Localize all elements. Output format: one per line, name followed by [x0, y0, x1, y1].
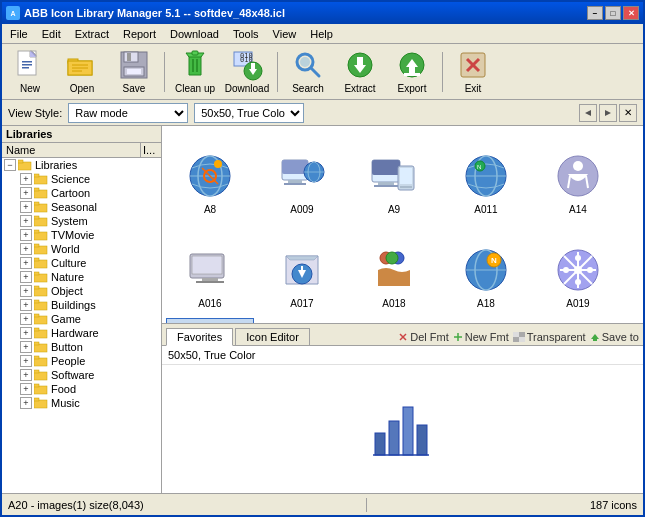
icon-grid[interactable]: A8 A009	[162, 126, 643, 323]
main-window: A ABB Icon Library Manager 5.1 -- softde…	[0, 0, 645, 517]
col-name[interactable]: Name	[2, 143, 141, 157]
tree-item-tvmovie[interactable]: + TVMovie	[2, 228, 161, 242]
svg-rect-16	[127, 53, 131, 61]
tree-item-culture[interactable]: + Culture	[2, 256, 161, 270]
tree-item-software[interactable]: + Software	[2, 368, 161, 382]
icon-cell-A14[interactable]: A14	[534, 130, 622, 220]
expand-tvmovie[interactable]: +	[20, 229, 32, 241]
cleanup-button[interactable]: Clean up	[171, 47, 219, 97]
status-left: A20 - images(1) size(8,043)	[8, 499, 144, 511]
tree-item-science[interactable]: + Science	[2, 172, 161, 186]
expand-buildings[interactable]: +	[20, 299, 32, 311]
tree-item-object[interactable]: + Object	[2, 284, 161, 298]
folder-icon-software	[34, 369, 48, 381]
expand-libraries[interactable]: −	[4, 159, 16, 171]
extract-button[interactable]: Extract	[336, 47, 384, 97]
expand-world[interactable]: +	[20, 243, 32, 255]
expand-hardware[interactable]: +	[20, 327, 32, 339]
tree-item-libraries[interactable]: − Libraries	[2, 158, 161, 172]
menu-edit[interactable]: Edit	[36, 26, 67, 42]
svg-rect-27	[251, 63, 255, 71]
tree-item-cartoon[interactable]: + Cartoon	[2, 186, 161, 200]
new-fmt-button[interactable]: New Fmt	[453, 331, 509, 343]
viewstyle-select[interactable]: Raw mode Thumbnail Detail	[68, 103, 188, 123]
menu-file[interactable]: File	[4, 26, 34, 42]
expand-seasonal[interactable]: +	[20, 201, 32, 213]
icon-cell-A018[interactable]: A018	[350, 224, 438, 314]
open-button[interactable]: Open	[58, 47, 106, 97]
expand-system[interactable]: +	[20, 215, 32, 227]
icon-cell-A009[interactable]: A009	[258, 130, 346, 220]
expand-culture[interactable]: +	[20, 257, 32, 269]
tree-item-button[interactable]: + Button	[2, 340, 161, 354]
transparent-button[interactable]: Transparent	[513, 331, 586, 343]
icon-cell-A016[interactable]: A016	[166, 224, 254, 314]
toolbar-sep-1	[164, 52, 165, 92]
tabs-bar: Favorites Icon Editor Del Fmt New Fmt	[162, 324, 643, 346]
tree-container[interactable]: − Libraries + Science + Cartoon +	[2, 158, 161, 493]
search-button[interactable]: Search	[284, 47, 332, 97]
col-indicator[interactable]: I...	[141, 143, 161, 157]
nav-forward-button[interactable]	[599, 104, 617, 122]
expand-people[interactable]: +	[20, 355, 32, 367]
expand-music[interactable]: +	[20, 397, 32, 409]
color-select[interactable]: 50x50, True Color 32x32, True Color 16x1…	[194, 103, 304, 123]
search-icon	[292, 49, 324, 81]
expand-science[interactable]: +	[20, 173, 32, 185]
tree-item-game[interactable]: + Game	[2, 312, 161, 326]
exit-button[interactable]: Exit	[449, 47, 497, 97]
save-icon	[118, 49, 150, 81]
save-to-button[interactable]: Save to	[590, 331, 639, 343]
icon-cell-A18[interactable]: N A18	[442, 224, 530, 314]
nav-back-button[interactable]	[579, 104, 597, 122]
tree-item-buildings[interactable]: + Buildings	[2, 298, 161, 312]
icon-cell-A9[interactable]: A9	[350, 130, 438, 220]
download-button[interactable]: 010 010 Download	[223, 47, 271, 97]
del-fmt-button[interactable]: Del Fmt	[398, 331, 449, 343]
tab-favorites[interactable]: Favorites	[166, 328, 233, 346]
menu-download[interactable]: Download	[164, 26, 225, 42]
menu-extract[interactable]: Extract	[69, 26, 115, 42]
expand-game[interactable]: +	[20, 313, 32, 325]
maximize-button[interactable]: □	[605, 6, 621, 20]
expand-button[interactable]: +	[20, 341, 32, 353]
close-button[interactable]: ✕	[623, 6, 639, 20]
icon-cell-A019[interactable]: A019	[534, 224, 622, 314]
save-button[interactable]: Save	[110, 47, 158, 97]
new-label: New	[20, 83, 40, 94]
expand-object[interactable]: +	[20, 285, 32, 297]
folder-icon-culture	[34, 257, 48, 269]
icon-img-A009	[278, 152, 326, 200]
tree-item-people[interactable]: + People	[2, 354, 161, 368]
tree-label-people: People	[51, 355, 85, 367]
svg-rect-158	[519, 332, 525, 337]
menu-view[interactable]: View	[267, 26, 303, 42]
tree-item-music[interactable]: + Music	[2, 396, 161, 410]
menu-tools[interactable]: Tools	[227, 26, 265, 42]
tree-item-hardware[interactable]: + Hardware	[2, 326, 161, 340]
expand-cartoon[interactable]: +	[20, 187, 32, 199]
tree-item-nature[interactable]: + Nature	[2, 270, 161, 284]
tree-item-food[interactable]: + Food	[2, 382, 161, 396]
menu-report[interactable]: Report	[117, 26, 162, 42]
icon-cell-A8[interactable]: A8	[166, 130, 254, 220]
svg-rect-95	[374, 185, 398, 187]
svg-point-130	[575, 279, 581, 285]
nav-close-button[interactable]: ✕	[619, 104, 637, 122]
folder-icon-libraries	[18, 159, 32, 171]
tab-icon-editor[interactable]: Icon Editor	[235, 328, 310, 345]
tree-item-system[interactable]: + System	[2, 214, 161, 228]
minimize-button[interactable]: −	[587, 6, 603, 20]
tree-item-world[interactable]: + World	[2, 242, 161, 256]
expand-nature[interactable]: +	[20, 271, 32, 283]
svg-point-29	[300, 57, 310, 67]
new-button[interactable]: New	[6, 47, 54, 97]
icon-cell-A017[interactable]: A017	[258, 224, 346, 314]
expand-software[interactable]: +	[20, 369, 32, 381]
expand-food[interactable]: +	[20, 383, 32, 395]
icon-cell-A011[interactable]: N A011	[442, 130, 530, 220]
tree-label-libraries: Libraries	[35, 159, 77, 171]
export-button[interactable]: Export	[388, 47, 436, 97]
tree-item-seasonal[interactable]: + Seasonal	[2, 200, 161, 214]
menu-help[interactable]: Help	[304, 26, 339, 42]
